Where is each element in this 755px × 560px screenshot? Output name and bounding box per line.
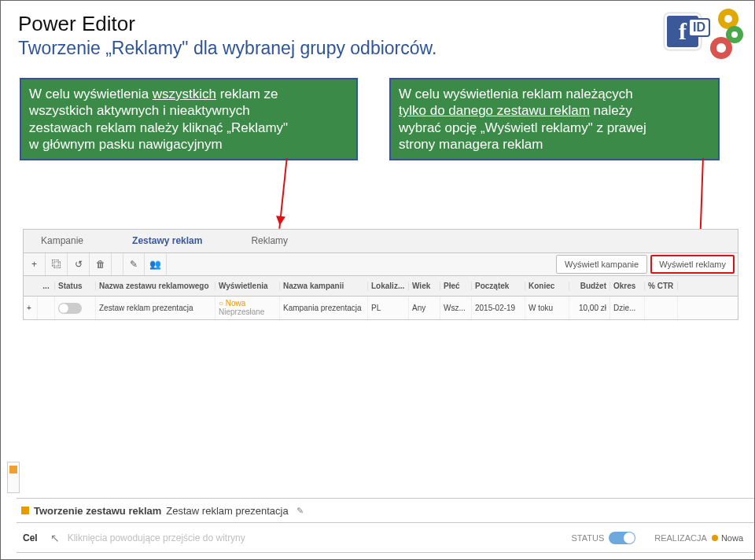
pointer-arrow-icon [278, 158, 287, 229]
status-toggle[interactable] [58, 303, 82, 314]
tab-kampanie[interactable]: Kampanie [24, 230, 101, 252]
cursor-icon: ↖ [50, 532, 60, 544]
side-marker [7, 462, 20, 493]
show-ads-button[interactable]: Wyświetl reklamy [650, 255, 735, 274]
col-plec[interactable]: Płeć [440, 282, 472, 290]
status-color-icon [21, 507, 29, 514]
table-header: ... Status Nazwa zestawu reklamowego Wyś… [23, 276, 738, 297]
tab-reklamy[interactable]: Reklamy [234, 230, 305, 252]
adset-panel-bar: Cel ↖ Kliknięcia powodujące przejście do… [17, 523, 754, 553]
cell-kamp: Kampania prezentacja [280, 297, 368, 319]
col-name[interactable]: Nazwa zestawu reklamowego [96, 282, 215, 290]
col-kamp[interactable]: Nazwa kampanii [280, 282, 368, 290]
col-wysw[interactable]: Wyświetlenia [215, 282, 280, 290]
callout-all-ads: W celu wyświetlenia wszystkich reklam ze… [20, 78, 358, 160]
cell-wiek: Any [409, 297, 440, 319]
status-toggle-large[interactable] [609, 532, 635, 544]
cell-pocz: 2015-02-19 [472, 297, 525, 319]
revert-button[interactable]: ↺ [68, 253, 90, 275]
cel-value: Kliknięcia powodujące przejście do witry… [68, 532, 245, 543]
status-label: STATUS [571, 533, 604, 543]
col-more[interactable]: ... [38, 282, 55, 290]
adset-panel-title: Tworzenie zestawu reklam Zestaw reklam p… [17, 498, 754, 523]
title-sub: Tworzenie „Reklamy" dla wybranej grupy o… [18, 38, 436, 59]
col-okres[interactable]: Okres [610, 282, 645, 290]
nav-tabs: Kampanie Zestawy reklam Reklamy [23, 229, 738, 252]
panel-title-bold: Tworzenie zestawu reklam [34, 505, 161, 517]
show-campaigns-button[interactable]: Wyświetl kampanie [556, 255, 647, 274]
callout-set-ads: W celu wyświetlenia reklam należących ty… [389, 78, 720, 160]
toolbar: + ⿻ ↺ 🗑 ✎ 👥 Wyświetl kampanie Wyświetl r… [23, 252, 738, 276]
realizacja-label: REALIZACJA [654, 533, 707, 543]
audience-button[interactable]: 👥 [145, 253, 167, 275]
table-row[interactable]: + Zestaw reklam prezentacja ○ Nowa Niepr… [23, 297, 738, 320]
realizacja-value: Nowa [721, 533, 743, 543]
tab-zestawy[interactable]: Zestawy reklam [101, 230, 234, 252]
edit-icon[interactable]: ✎ [296, 506, 304, 516]
col-kon[interactable]: Koniec [525, 282, 569, 290]
cell-lok: PL [368, 297, 409, 319]
status-dot-icon [712, 535, 718, 541]
expand-button[interactable]: + [24, 297, 38, 319]
duplicate-button[interactable]: ⿻ [46, 253, 68, 275]
panel-title-name: Zestaw reklam prezentacja [166, 505, 288, 517]
edit-button[interactable]: ✎ [123, 253, 145, 275]
brand-logo: f ID [665, 7, 743, 57]
cell-budz: 10,00 zł [569, 297, 610, 319]
col-budz[interactable]: Budżet [569, 282, 610, 290]
cell-name: Zestaw reklam prezentacja [96, 297, 215, 319]
cell-okres: Dzie... [610, 297, 645, 319]
cell-kon: W toku [525, 297, 569, 319]
cell-wysw: ○ Nowa Nieprzesłane [215, 297, 280, 319]
col-status[interactable]: Status [55, 282, 96, 290]
id-badge: ID [688, 18, 710, 37]
col-wiek[interactable]: Wiek [409, 282, 440, 290]
title-main: Power Editor [18, 12, 436, 36]
col-lok[interactable]: Lokaliz... [368, 282, 409, 290]
cell-plec: Wsz... [440, 297, 472, 319]
cel-label: Cel [23, 532, 38, 543]
col-ctr[interactable]: % CTR [645, 282, 678, 290]
add-button[interactable]: + [24, 253, 46, 275]
page-title-block: Power Editor Tworzenie „Reklamy" dla wyb… [18, 12, 436, 59]
gear-icon [710, 37, 732, 59]
delete-button[interactable]: 🗑 [90, 253, 112, 275]
col-pocz[interactable]: Początek [472, 282, 525, 290]
